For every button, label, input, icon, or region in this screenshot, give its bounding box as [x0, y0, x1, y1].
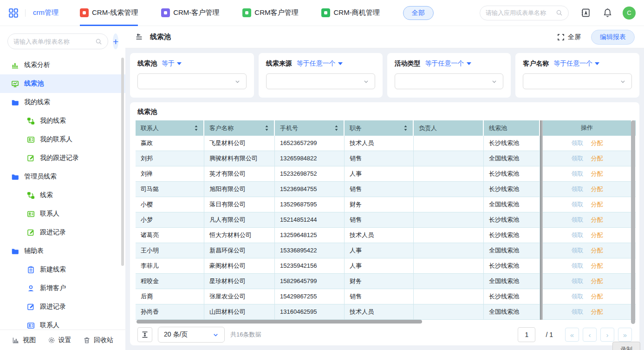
sidebar-item-7[interactable]: 管理员线索 [0, 167, 125, 186]
add-form-button[interactable]: + [113, 33, 118, 49]
column-header[interactable]: 负责人 [414, 120, 484, 136]
current-page-input[interactable] [518, 327, 535, 342]
filter-value-select[interactable] [523, 73, 632, 89]
column-header[interactable]: 线索池 [484, 120, 540, 136]
notifications-bell-icon[interactable] [603, 8, 612, 18]
app-tab-3[interactable]: CRM客户管理 [242, 0, 298, 26]
assign-link[interactable]: 分配 [591, 201, 603, 208]
table-row[interactable]: 嬴政飞星材料公司16523657299技术人员长沙线索池领取分配 [136, 136, 636, 151]
sidebar-item-2[interactable]: 线索池 [0, 74, 125, 93]
assign-link[interactable]: 分配 [591, 139, 603, 146]
sidebar-item-1[interactable]: 线索分析 [0, 56, 125, 74]
table-row[interactable]: 程咬金星珍材料公司15829645799财务全国线索池领取分配 [136, 274, 636, 289]
app-tab-1[interactable]: CRM-线索管理 [80, 0, 138, 26]
claim-link[interactable]: 领取 [572, 155, 584, 162]
claim-link[interactable]: 领取 [572, 262, 584, 269]
claim-link[interactable]: 领取 [572, 201, 584, 208]
filter-value-select[interactable] [395, 73, 504, 89]
sort-icon[interactable] [194, 125, 198, 131]
claim-link[interactable]: 领取 [572, 185, 584, 192]
table-row[interactable]: 王小明新昌环保公司15336895422人事全国线索池领取分配 [136, 243, 636, 258]
edit-report-button[interactable]: 编辑报表 [591, 30, 635, 45]
apps-grid-icon[interactable] [8, 8, 19, 18]
assign-link[interactable]: 分配 [591, 231, 603, 238]
app-tab-2[interactable]: CRM-客户管理 [161, 0, 219, 26]
sidebar-footer-view[interactable]: 视图 [12, 336, 36, 344]
sort-icon[interactable] [265, 125, 269, 131]
sidebar-item-6[interactable]: 我的跟进记录 [0, 149, 125, 167]
sidebar-item-12[interactable]: 新建线索 [0, 260, 125, 279]
table-row[interactable]: 刘禅英才有限公司15232698752人事长沙线索池领取分配 [136, 166, 636, 182]
sidebar-item-15[interactable]: 联系人 [0, 316, 125, 330]
assign-link[interactable]: 分配 [591, 155, 603, 162]
column-header[interactable]: 客户名称 [204, 120, 275, 136]
sidebar-item-14[interactable]: 跟进记录 [0, 297, 125, 316]
sidebar-footer-trash[interactable]: 回收站 [83, 336, 113, 344]
column-header[interactable]: 手机号 [275, 120, 345, 136]
sidebar-item-3[interactable]: 我的线索 [0, 93, 125, 112]
table-row[interactable]: 后裔张屋农业公司15429867255销售长沙线索池领取分配 [136, 289, 636, 304]
last-page-button[interactable]: » [618, 328, 632, 342]
fullscreen-button[interactable]: 全屏 [557, 33, 581, 41]
sidebar-item-11[interactable]: 辅助表 [0, 242, 125, 260]
sidebar-scrollbar[interactable] [121, 58, 124, 266]
all-apps-button[interactable]: 全部 [403, 6, 434, 20]
user-avatar[interactable]: C [623, 7, 636, 20]
table-row[interactable]: 李菲儿豪阁材料公司15235942156人事长沙线索池领取分配 [136, 258, 636, 274]
claim-link[interactable]: 领取 [572, 231, 584, 238]
filter-condition[interactable]: 等于任意一个 [297, 59, 343, 68]
sort-icon[interactable] [334, 125, 338, 131]
column-header[interactable]: 职务 [345, 120, 414, 136]
app-tab-4[interactable]: CRM-商机管理 [321, 0, 379, 26]
assign-link[interactable]: 分配 [591, 247, 603, 254]
prev-page-button[interactable]: ‹ [583, 328, 597, 342]
claim-link[interactable]: 领取 [572, 308, 584, 315]
table-row[interactable]: 小梦凡人有限公司15214851244销售长沙线索池领取分配 [136, 212, 636, 228]
claim-link[interactable]: 领取 [572, 277, 584, 284]
vertical-scrollbar[interactable] [631, 120, 635, 324]
filter-condition[interactable]: 等于任意一个 [425, 59, 471, 68]
table-row[interactable]: 刘邦腾骏材料有限公司13265984822销售全国线索池领取分配 [136, 151, 636, 166]
assign-link[interactable]: 分配 [591, 277, 603, 284]
screen-record-chip[interactable]: 录制 [612, 342, 640, 350]
filter-value-select[interactable] [137, 73, 247, 89]
sidebar-item-9[interactable]: 联系人 [0, 205, 125, 223]
next-page-button[interactable]: › [600, 328, 614, 342]
table-row[interactable]: 诸葛亮恒大方材料公司13259648125技术人员长沙线索池领取分配 [136, 228, 636, 243]
form-search-input[interactable] [13, 38, 95, 45]
global-search-input[interactable] [486, 9, 556, 16]
first-page-button[interactable]: « [565, 328, 579, 342]
claim-link[interactable]: 领取 [572, 293, 584, 300]
claim-link[interactable]: 领取 [572, 247, 584, 254]
assign-link[interactable]: 分配 [591, 308, 603, 315]
column-header-actions[interactable]: 操作 [543, 120, 632, 136]
filter-condition[interactable]: 等于任意一个 [553, 59, 599, 68]
assign-link[interactable]: 分配 [591, 170, 603, 177]
horizontal-scrollbar[interactable] [137, 320, 422, 324]
sidebar-item-10[interactable]: 跟进记录 [0, 223, 125, 242]
form-search[interactable] [7, 33, 108, 49]
row-height-button[interactable] [137, 327, 152, 342]
filter-condition[interactable]: 等于 [162, 59, 182, 68]
global-search[interactable] [480, 6, 569, 20]
assign-link[interactable]: 分配 [591, 216, 603, 223]
claim-link[interactable]: 领取 [572, 216, 584, 223]
sidebar-item-13[interactable]: 新增客户 [0, 279, 125, 297]
sidebar-item-4[interactable]: 我的线索 [0, 112, 125, 130]
contacts-book-icon[interactable] [581, 8, 591, 18]
assign-link[interactable]: 分配 [591, 262, 603, 269]
table-row[interactable]: 司马懿旭阳有限公司15236984755销售长沙线索池领取分配 [136, 182, 636, 197]
claim-link[interactable]: 领取 [572, 139, 584, 146]
filter-value-select[interactable] [266, 73, 375, 89]
collapse-sidebar-icon[interactable] [135, 33, 143, 41]
claim-link[interactable]: 领取 [572, 170, 584, 177]
assign-link[interactable]: 分配 [591, 293, 603, 300]
table-row[interactable]: 小樱落日有限公司13529687595财务全国线索池领取分配 [136, 197, 636, 212]
table-row[interactable]: 孙尚香山田材料公司13160462595技术人员全国线索池领取分配 [136, 304, 636, 320]
page-size-select[interactable]: 20 条/页 [158, 327, 225, 343]
sidebar-item-8[interactable]: 线索 [0, 186, 125, 205]
sidebar-footer-gear[interactable]: 设置 [48, 336, 72, 344]
sidebar-item-5[interactable]: 我的联系人 [0, 130, 125, 149]
assign-link[interactable]: 分配 [591, 185, 603, 192]
sort-icon[interactable] [403, 125, 408, 131]
